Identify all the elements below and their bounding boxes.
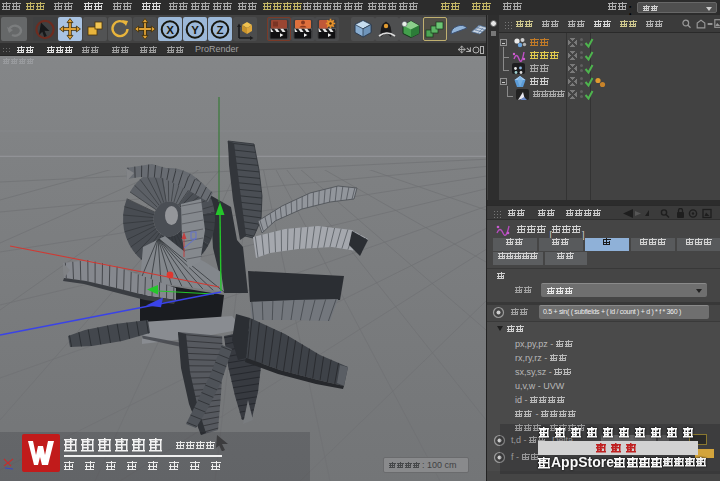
- svg-text:X: X: [166, 24, 174, 36]
- svg-text:Z: Z: [216, 24, 223, 36]
- svg-text:Y: Y: [191, 24, 199, 36]
